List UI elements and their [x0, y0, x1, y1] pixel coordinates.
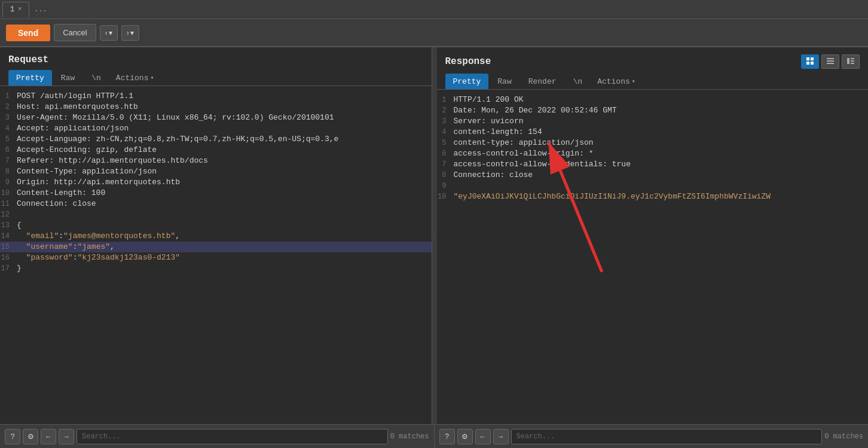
nav-back-dropdown-icon: ▾ — [109, 29, 112, 37]
forward-button-right[interactable]: → — [493, 429, 509, 444]
svg-rect-6 — [827, 63, 834, 64]
cancel-button[interactable]: Cancel — [54, 24, 96, 41]
toolbar: Send Cancel ‹ ▾ › ▾ — [0, 19, 868, 47]
bottom-right-section: ? ⚙ ← → 0 matches — [435, 429, 869, 444]
tab-1-label: 1 — [10, 5, 14, 14]
line-3: 3 User-Agent: Mozilla/5.0 (X11; Linux x8… — [0, 112, 432, 123]
list-icon — [826, 57, 835, 65]
response-code-area[interactable]: 1 HTTP/1.1 200 OK 2 Date: Mon, 26 Dec 20… — [437, 90, 869, 424]
view-mode-detail-button[interactable] — [842, 54, 860, 69]
line-1: 1 POST /auth/login HTTP/1.1 — [0, 91, 432, 102]
panel-divider[interactable]: ⋮ — [432, 47, 437, 424]
nav-back-icon: ‹ — [105, 29, 108, 37]
svg-rect-9 — [851, 60, 854, 62]
nav-forward-dropdown-icon: ▾ — [130, 29, 134, 37]
resp-line-7: 7 access-control-allow-credentials: true — [437, 159, 869, 170]
line-10: 10 Content-Length: 100 — [0, 188, 432, 199]
line-17: 17 } — [0, 263, 432, 274]
actions-dropdown-icon-request: ▾ — [150, 74, 154, 81]
help-button-right[interactable]: ? — [439, 429, 455, 444]
resp-line-6: 6 access-control-allow-origin: * — [437, 148, 869, 159]
search-input-right[interactable] — [511, 429, 823, 444]
svg-rect-10 — [851, 63, 854, 64]
main-content: Request Pretty Raw \n Actions ▾ 1 POST /… — [0, 47, 868, 424]
response-tab-row: Pretty Raw Render \n Actions ▾ — [437, 74, 869, 90]
back-button-right[interactable]: ← — [475, 429, 491, 444]
view-mode-grid-button[interactable] — [801, 54, 819, 69]
request-tab-row: Pretty Raw \n Actions ▾ — [0, 70, 432, 86]
tab-1-close[interactable]: × — [18, 6, 22, 13]
line-7: 7 Referer: http://api.mentorquotes.htb/d… — [0, 156, 432, 166]
grid-icon — [806, 57, 814, 65]
svg-rect-0 — [806, 57, 809, 60]
line-9: 9 Origin: http://api.mentorquotes.htb — [0, 177, 432, 188]
send-button[interactable]: Send — [6, 25, 50, 41]
request-title: Request — [8, 54, 48, 65]
actions-dropdown-icon-response: ▾ — [632, 78, 635, 85]
search-input-left[interactable] — [77, 429, 388, 444]
tab-actions-response[interactable]: Actions ▾ — [591, 74, 641, 89]
svg-rect-4 — [827, 58, 834, 59]
resp-line-1: 1 HTTP/1.1 200 OK — [437, 95, 869, 105]
detail-icon — [846, 57, 855, 65]
svg-rect-1 — [811, 57, 814, 60]
settings-button-right[interactable]: ⚙ — [457, 429, 473, 444]
svg-rect-3 — [811, 62, 814, 65]
tab-ln-response[interactable]: \n — [566, 74, 591, 89]
back-button-left[interactable]: ← — [41, 429, 56, 444]
request-panel: Request Pretty Raw \n Actions ▾ 1 POST /… — [0, 47, 432, 424]
response-header: Response — [437, 47, 869, 74]
tab-raw-response[interactable]: Raw — [490, 74, 519, 89]
resp-line-3: 3 Server: uvicorn — [437, 116, 869, 127]
line-15: 15 "username":"james", — [0, 242, 432, 252]
resp-line-8: 8 Connection: close — [437, 170, 869, 181]
nav-back-button[interactable]: ‹ ▾ — [100, 25, 118, 41]
line-11: 11 Connection: close — [0, 199, 432, 209]
bottom-left-section: ? ⚙ ← → 0 matches — [0, 429, 434, 444]
matches-left: 0 matches — [390, 432, 429, 441]
tab-actions-request[interactable]: Actions ▾ — [110, 70, 160, 86]
line-14: 14 "email":"james@mentorquotes.htb", — [0, 231, 432, 242]
line-13: 13 { — [0, 220, 432, 231]
resp-line-4: 4 content-length: 154 — [437, 127, 869, 138]
line-5: 5 Accept-Language: zh-CN,zh;q=0.8,zh-TW;… — [0, 134, 432, 145]
view-mode-list-button[interactable] — [821, 54, 839, 69]
request-code-area[interactable]: 1 POST /auth/login HTTP/1.1 2 Host: api.… — [0, 86, 432, 424]
bottom-bar: ? ⚙ ← → 0 matches ? ⚙ ← → 0 matches — [0, 424, 868, 448]
matches-right: 0 matches — [824, 432, 863, 441]
resp-line-2: 2 Date: Mon, 26 Dec 2022 00:52:46 GMT — [437, 105, 869, 116]
tab-ln-request[interactable]: \n — [84, 70, 109, 86]
tab-render-response[interactable]: Render — [521, 74, 564, 89]
response-title: Response — [445, 56, 491, 67]
tab-raw-request[interactable]: Raw — [53, 70, 82, 86]
tab-1[interactable]: 1 × — [2, 2, 29, 17]
tab-pretty-request[interactable]: Pretty — [8, 70, 52, 86]
response-panel: Response — [437, 47, 869, 424]
svg-rect-2 — [806, 62, 809, 65]
forward-button-left[interactable]: → — [59, 429, 74, 444]
view-mode-buttons — [801, 54, 860, 69]
request-header: Request — [0, 47, 432, 70]
line-6: 6 Accept-Encoding: gzip, deflate — [0, 145, 432, 156]
actions-label-request: Actions — [116, 74, 149, 83]
nav-forward-icon: › — [127, 29, 129, 37]
svg-rect-7 — [847, 58, 849, 64]
tab-pretty-response[interactable]: Pretty — [445, 74, 489, 89]
settings-button-left[interactable]: ⚙ — [23, 429, 38, 444]
resp-line-5: 5 content-type: application/json — [437, 138, 869, 148]
nav-forward-button[interactable]: › ▾ — [121, 25, 139, 41]
line-8: 8 Content-Type: application/json — [0, 166, 432, 177]
resp-line-10: 10 "eyJ0eXAiOiJKV1QiLCJhbGciOiJIUzI1NiJ9… — [437, 191, 869, 202]
line-4: 4 Accept: application/json — [0, 123, 432, 134]
svg-rect-8 — [851, 58, 854, 59]
svg-rect-5 — [827, 60, 834, 62]
actions-label-response: Actions — [597, 77, 630, 86]
tab-more[interactable]: ... — [29, 3, 52, 16]
help-button-left[interactable]: ? — [5, 429, 20, 444]
resp-line-9: 9 — [437, 181, 869, 191]
tab-bar: 1 × ... — [0, 0, 868, 19]
line-12: 12 — [0, 209, 432, 220]
line-16: 16 "password":"kj23sadkj123as0-d213" — [0, 252, 432, 263]
line-2: 2 Host: api.mentorquotes.htb — [0, 102, 432, 112]
